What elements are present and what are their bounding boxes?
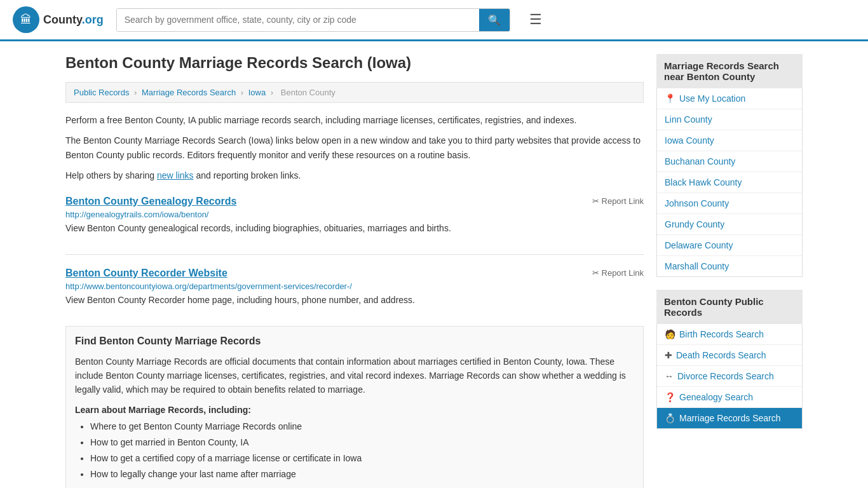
record-block-1: Benton County Genealogy Records ✂ Report… [65, 196, 644, 241]
sidebar-genealogy-search[interactable]: ❓ Genealogy Search [657, 387, 802, 408]
rings-icon: 💍 [665, 413, 675, 423]
sidebar-county-buchanan[interactable]: Buchanan County [657, 151, 802, 172]
main-content: Benton County Marriage Records Search (I… [65, 54, 644, 488]
record-url-1: http://genealogytrails.com/iowa/benton/ [65, 210, 644, 219]
logo-icon: 🏛 [13, 6, 39, 33]
logo-text: County.org [43, 13, 104, 27]
sidebar-public-records-list: 🧑 Birth Records Search ✚ Death Records S… [656, 324, 803, 429]
search-input[interactable] [117, 9, 479, 31]
record-block-2: Benton County Recorder Website ✂ Report … [65, 268, 644, 313]
sidebar: Marriage Records Search near Benton Coun… [656, 54, 803, 488]
find-title: Find Benton County Marriage Records [75, 336, 634, 347]
pin-icon: 📍 [665, 93, 675, 104]
breadcrumb: Public Records › Marriage Records Search… [65, 82, 644, 103]
bullet-4: How to legally change your last name aft… [90, 468, 634, 481]
sidebar-county-johnson[interactable]: Johnson County [657, 193, 802, 214]
sidebar-county-marshall[interactable]: Marshall County [657, 256, 802, 276]
sidebar-divorce-records[interactable]: ↔ Divorce Records Search [657, 366, 802, 387]
question-icon: ❓ [665, 392, 675, 402]
breadcrumb-current: Benton County [281, 88, 336, 97]
arrows-icon: ↔ [665, 371, 674, 381]
site-header: 🏛 County.org 🔍 ☰ [0, 0, 868, 41]
search-bar: 🔍 [116, 8, 510, 32]
sidebar-county-delaware[interactable]: Delaware County [657, 235, 802, 256]
sidebar-public-records-section: Benton County Public Records 🧑 Birth Rec… [656, 290, 803, 429]
hamburger-menu[interactable]: ☰ [529, 11, 542, 28]
find-desc: Benton County Marriage Records are offic… [75, 355, 634, 397]
page-title: Benton County Marriage Records Search (I… [65, 54, 644, 72]
main-container: Benton County Marriage Records Search (I… [53, 41, 815, 488]
record-url-2: http://www.bentoncountyiowa.org/departme… [65, 281, 644, 291]
sidebar-use-location[interactable]: 📍 Use My Location [657, 88, 802, 109]
cross-icon: ✚ [665, 350, 672, 360]
new-links-link[interactable]: new links [157, 170, 194, 180]
sidebar-birth-records[interactable]: 🧑 Birth Records Search [657, 324, 802, 345]
report-link-2[interactable]: ✂ Report Link [592, 268, 644, 278]
breadcrumb-public-records[interactable]: Public Records [74, 88, 129, 97]
sidebar-marriage-records[interactable]: 💍 Marriage Records Search [657, 408, 802, 428]
use-location-link[interactable]: Use My Location [679, 93, 745, 104]
intro-paragraph-3: Help others by sharing new links and rep… [65, 168, 644, 182]
sidebar-county-iowa[interactable]: Iowa County [657, 130, 802, 151]
bullet-2: How to get married in Benton County, IA [90, 436, 634, 449]
record-desc-2: View Benton County Recorder home page, i… [65, 294, 644, 307]
intro-paragraph-1: Perform a free Benton County, IA public … [65, 113, 644, 127]
site-logo[interactable]: 🏛 County.org [13, 6, 104, 33]
divider-1 [65, 254, 644, 255]
person-icon: 🧑 [665, 329, 675, 339]
breadcrumb-marriage-records[interactable]: Marriage Records Search [142, 88, 236, 97]
sidebar-county-linn[interactable]: Linn County [657, 109, 802, 130]
sidebar-county-grundy[interactable]: Grundy County [657, 214, 802, 235]
intro-paragraph-2: The Benton County Marriage Records Searc… [65, 133, 644, 162]
sidebar-county-blackhawk[interactable]: Black Hawk County [657, 172, 802, 193]
search-button[interactable]: 🔍 [479, 9, 510, 31]
breadcrumb-iowa[interactable]: Iowa [248, 88, 266, 97]
record-title-1[interactable]: Benton County Genealogy Records [65, 196, 236, 207]
sidebar-nearby-list: 📍 Use My Location Linn County Iowa Count… [656, 88, 803, 277]
report-link-1[interactable]: ✂ Report Link [592, 196, 644, 206]
sidebar-nearby-section: Marriage Records Search near Benton Coun… [656, 54, 803, 277]
find-section: Find Benton County Marriage Records Bent… [65, 326, 644, 488]
sidebar-death-records[interactable]: ✚ Death Records Search [657, 345, 802, 366]
bullet-3: How to get a certified copy of a marriag… [90, 452, 634, 465]
sidebar-nearby-header: Marriage Records Search near Benton Coun… [656, 54, 803, 88]
bullet-1: Where to get Benton County Marriage Reco… [90, 420, 634, 433]
bullet-list: Where to get Benton County Marriage Reco… [75, 420, 634, 481]
record-desc-1: View Benton County genealogical records,… [65, 222, 644, 235]
learn-title: Learn about Marriage Records, including: [75, 405, 634, 415]
sidebar-public-records-header: Benton County Public Records [656, 290, 803, 324]
record-title-2[interactable]: Benton County Recorder Website [65, 268, 227, 279]
